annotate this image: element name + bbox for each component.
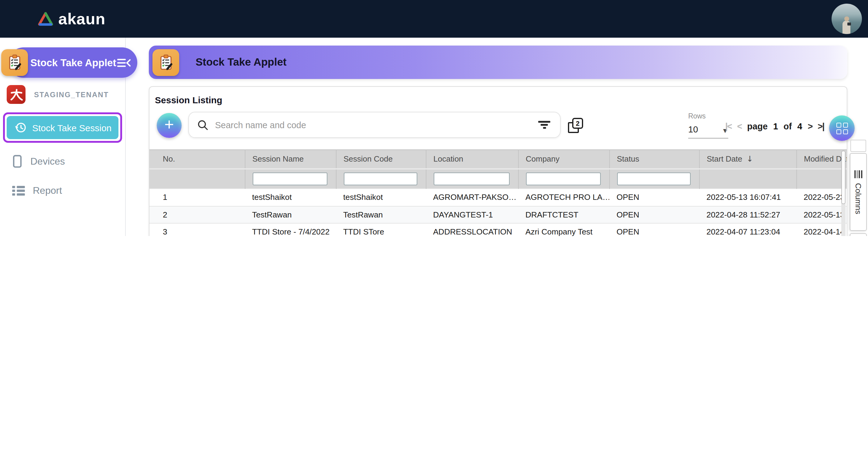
filter-cell: [336, 168, 426, 189]
list-icon: [12, 185, 25, 196]
pagination-prev-button[interactable]: <: [737, 122, 742, 131]
sidebar-item-devices[interactable]: Devices: [0, 153, 125, 170]
table-cell: OPEN: [609, 223, 699, 236]
current-page: 1: [773, 122, 778, 131]
column-header-status[interactable]: Status: [609, 150, 699, 168]
filter-icon[interactable]: [537, 119, 552, 131]
search-bar: [188, 112, 561, 138]
table-cell: ADDRESSLOCATION: [426, 223, 518, 236]
stock-take-applet-icon: [152, 49, 179, 75]
page-title: Stock Take Applet: [195, 56, 287, 69]
table-cell: DRAFTCTEST: [518, 206, 609, 223]
applet-switcher-label: Stock Take Applet: [30, 57, 116, 68]
filter-cell: [426, 168, 518, 189]
table-cell: AGROMART-PAKSO…: [426, 189, 518, 206]
page-word: page: [747, 122, 768, 131]
table-cell: testShaikot: [245, 189, 336, 206]
pagination-first-button[interactable]: |<: [725, 122, 732, 131]
columns-tab-label: Columns: [854, 183, 863, 214]
session-listing-card: Session Listing + 2: [149, 86, 847, 236]
rows-label: Rows: [688, 113, 728, 120]
filter-cell: [609, 168, 699, 189]
add-session-button[interactable]: +: [157, 113, 182, 138]
column-header-start-date[interactable]: Start Date↓: [699, 150, 796, 168]
table-cell: TestRawan: [245, 206, 336, 223]
table-cell: DAYANGTEST-1: [426, 206, 518, 223]
vertical-scrollbar-thumb[interactable]: [841, 151, 845, 204]
rows-value: 10: [688, 125, 698, 134]
table-cell: OPEN: [609, 189, 699, 206]
table-cell: testShaikot: [336, 189, 426, 206]
table-cell: 1: [149, 189, 245, 206]
table-cell: 2022-05-13 16:07:41: [699, 189, 796, 206]
tenant-selector[interactable]: STAGING_TENANT: [7, 85, 109, 104]
filter-cell: [796, 168, 847, 189]
column-filter-input-company[interactable]: [526, 172, 600, 185]
main-content: Stock Take Applet Session Listing +: [126, 38, 868, 236]
search-icon: [197, 119, 208, 130]
table-row[interactable]: 2TestRawanTestRawanDAYANGTEST-1DRAFTCTES…: [149, 206, 847, 223]
sidebar-item-label: Devices: [30, 156, 65, 167]
column-header-location[interactable]: Location: [426, 150, 518, 168]
filter-cell: [699, 168, 796, 189]
total-pages: 4: [797, 122, 802, 131]
table-head: No.Session NameSession CodeLocationCompa…: [149, 150, 847, 189]
pagination-last-button[interactable]: >|: [817, 122, 824, 131]
vertical-scrollbar[interactable]: [841, 151, 845, 236]
duplicate-pages-icon[interactable]: 2: [568, 118, 583, 133]
table-cell: OPEN: [609, 206, 699, 223]
filters-tab[interactable]: Filters: [850, 233, 867, 236]
scroll-corner: [850, 140, 866, 152]
sidebar-collapse-icon[interactable]: [117, 58, 131, 67]
rows-per-page-select[interactable]: Rows 10: [688, 113, 728, 138]
columns-icon: [854, 170, 862, 178]
column-header-session-name[interactable]: Session Name: [245, 150, 336, 168]
table-cell: 2022-05-23: [796, 189, 847, 206]
column-filter-input-location[interactable]: [433, 172, 509, 185]
pagination: |< < page 1 of 4 > >|: [725, 120, 824, 133]
clock-history-icon: [14, 122, 27, 134]
search-input[interactable]: [214, 119, 537, 130]
brand-logo[interactable]: akaun: [38, 9, 105, 28]
topbar: akaun: [0, 0, 868, 38]
table-cell: 2022-04-07 11:23:04: [699, 223, 796, 236]
akaun-triangle-icon: [38, 11, 54, 26]
column-header-no-[interactable]: No.: [149, 150, 245, 168]
table-row[interactable]: 1testShaikottestShaikotAGROMART-PAKSO…AG…: [149, 189, 847, 206]
panel-title: Session Listing: [155, 95, 222, 105]
table-cell: TTDI Store - 7/4/2022: [245, 223, 336, 236]
filter-cell: [149, 168, 245, 189]
pagination-next-button[interactable]: >: [808, 122, 812, 131]
columns-tab[interactable]: Columns: [850, 153, 867, 231]
table-body: 1testShaikottestShaikotAGROMART-PAKSO…AG…: [149, 189, 847, 236]
stock-take-applet-icon: [1, 49, 28, 76]
column-filter-input-session-name[interactable]: [252, 172, 327, 185]
table-cell: TTDI STore: [336, 223, 426, 236]
table-cell: TestRawan: [336, 206, 426, 223]
column-filter-input-session-code[interactable]: [343, 172, 417, 185]
sidebar-item-report[interactable]: Report: [0, 182, 125, 199]
column-header-session-code[interactable]: Session Code: [336, 150, 426, 168]
session-table: No.Session NameSession CodeLocationCompa…: [149, 150, 847, 236]
table-row[interactable]: 3TTDI Store - 7/4/2022TTDI SToreADDRESSL…: [149, 223, 847, 236]
avatar-photo: [842, 21, 850, 34]
table-wrap: No.Session NameSession CodeLocationCompa…: [149, 150, 847, 236]
sort-desc-icon: ↓: [746, 155, 753, 164]
grid-icon: [836, 122, 848, 134]
table-cell: 2022-04-14: [796, 223, 847, 236]
sidebar-item-label: Report: [33, 185, 62, 196]
table-cell: 2022-05-13: [796, 206, 847, 223]
column-header-modified-date[interactable]: Modified Date: [796, 150, 847, 168]
filter-cell: [518, 168, 609, 189]
column-filter-input-status[interactable]: [617, 172, 690, 185]
table-cell: AGROTECH PRO LA…: [518, 189, 609, 206]
table-cell: Azri Company Test: [518, 223, 609, 236]
user-avatar[interactable]: [832, 4, 862, 34]
duplicate-count: 2: [576, 120, 580, 127]
applet-header-banner: Stock Take Applet: [149, 45, 847, 79]
of-word: of: [783, 122, 792, 131]
grid-view-button[interactable]: [829, 116, 855, 141]
tenant-icon: [7, 85, 26, 104]
sidebar-item-stock-take-session[interactable]: Stock Take Session: [3, 113, 122, 143]
column-header-company[interactable]: Company: [518, 150, 609, 168]
